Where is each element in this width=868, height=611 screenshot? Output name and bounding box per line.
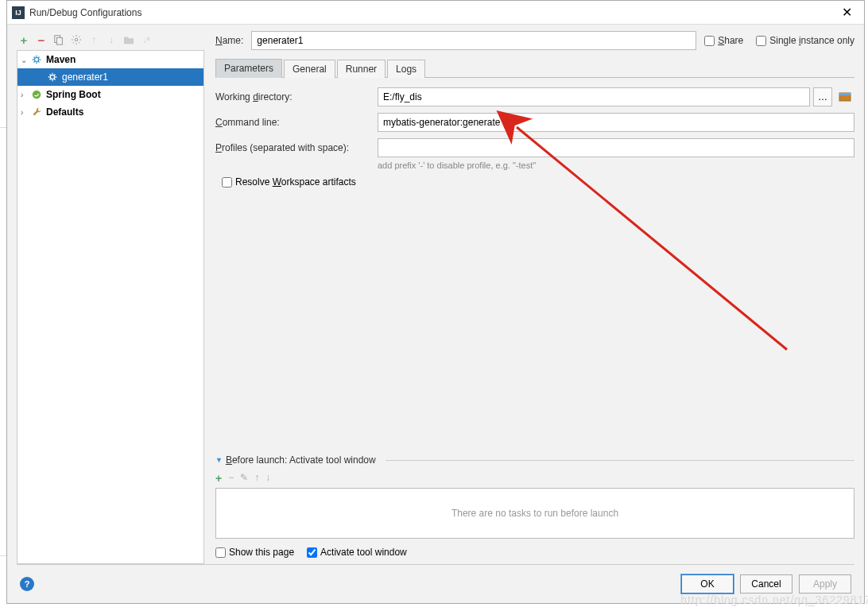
tab-general[interactable]: General — [284, 60, 335, 78]
add-icon[interactable]: + — [18, 34, 29, 45]
ok-button[interactable]: OK — [681, 574, 734, 594]
config-tree[interactable]: ⌄ Maven generater1 › — [17, 50, 204, 564]
up-icon[interactable]: ↑ — [88, 34, 99, 45]
window-title: Run/Debug Configurations — [29, 7, 829, 18]
share-checkbox[interactable]: Share — [704, 35, 743, 46]
tree-label: generater1 — [62, 72, 108, 83]
cancel-button[interactable]: Cancel — [740, 574, 792, 594]
remove-task-icon[interactable]: − — [228, 472, 234, 485]
titlebar: IJ Run/Debug Configurations ✕ — [7, 1, 864, 25]
svg-rect-7 — [839, 93, 851, 95]
browse-button[interactable]: … — [813, 87, 832, 106]
dialog-content: + − ↑ ↓ ↓ª ⌄ Maven — [7, 25, 864, 603]
svg-point-4 — [50, 75, 54, 79]
name-label: Name: — [215, 35, 243, 46]
command-line-label: Command line: — [215, 117, 371, 128]
remove-icon[interactable]: − — [36, 34, 47, 45]
button-bar: ? OK Cancel Apply — [17, 564, 854, 597]
svg-rect-1 — [56, 37, 62, 44]
tree-node-defaults[interactable]: › Defaults — [17, 103, 203, 121]
tab-parameters[interactable]: Parameters — [215, 59, 282, 78]
chevron-right-icon: › — [21, 91, 30, 99]
before-launch-header[interactable]: ▼ Before launch: Activate tool window — [215, 454, 854, 466]
profiles-input[interactable] — [378, 138, 854, 157]
parameters-panel: Working directory: … Command line: — [215, 78, 854, 564]
maven-icon — [30, 53, 43, 66]
tab-runner[interactable]: Runner — [337, 60, 386, 78]
triangle-down-icon: ▼ — [215, 456, 223, 464]
sort-icon[interactable]: ↓ª — [141, 34, 152, 45]
edit-task-icon[interactable]: ✎ — [240, 472, 248, 485]
tree-node-spring-boot[interactable]: › Spring Boot — [17, 86, 203, 103]
single-instance-checkbox[interactable]: Single instance only — [756, 35, 854, 46]
tree-label: Spring Boot — [46, 89, 101, 100]
maven-icon — [46, 71, 59, 83]
working-directory-input[interactable] — [378, 87, 810, 106]
resolve-workspace-checkbox[interactable]: Resolve Workspace artifacts — [222, 176, 356, 188]
wrench-icon — [30, 106, 43, 118]
settings-icon[interactable] — [71, 34, 82, 45]
apply-button: Apply — [799, 574, 851, 594]
spring-icon — [30, 88, 43, 101]
name-input[interactable] — [251, 31, 696, 50]
right-pane: Name: Share Single instance only Paramet… — [215, 31, 854, 564]
before-launch-section: ▼ Before launch: Activate tool window + … — [215, 454, 854, 561]
down-icon[interactable]: ↓ — [106, 34, 117, 45]
add-task-icon[interactable]: + — [215, 472, 222, 485]
tree-toolbar: + − ↑ ↓ ↓ª — [17, 31, 204, 50]
tree-label: Maven — [46, 54, 76, 65]
close-icon[interactable]: ✕ — [829, 1, 864, 25]
run-debug-dialog: IJ Run/Debug Configurations ✕ + − ↑ ↓ ↓ª — [6, 0, 865, 604]
svg-point-2 — [75, 38, 78, 41]
tasks-list[interactable]: There are no tasks to run before launch — [215, 488, 854, 539]
watermark: http://blog.csdn.net/qq_36229817 — [680, 594, 868, 606]
svg-point-3 — [34, 57, 38, 61]
insert-macro-button[interactable] — [835, 87, 854, 106]
tabs: Parameters General Runner Logs — [215, 58, 854, 78]
profiles-hint: add prefix '-' to disable profile, e.g. … — [378, 160, 854, 170]
working-directory-label: Working directory: — [215, 91, 371, 102]
chevron-down-icon: ⌄ — [21, 56, 30, 64]
show-this-page-checkbox[interactable]: Show this page — [215, 547, 294, 558]
folder-icon[interactable] — [123, 34, 134, 45]
tasks-empty-text: There are no tasks to run before launch — [451, 508, 618, 519]
profiles-label: Profiles (separated with space): — [215, 142, 371, 153]
command-line-input[interactable] — [378, 113, 854, 132]
up-task-icon[interactable]: ↑ — [254, 472, 259, 485]
before-launch-toolbar: + − ✎ ↑ ↓ — [215, 469, 854, 488]
down-task-icon[interactable]: ↓ — [265, 472, 270, 485]
background-edge — [0, 95, 6, 604]
help-icon[interactable]: ? — [20, 577, 34, 591]
app-icon: IJ — [12, 6, 25, 19]
left-pane: + − ↑ ↓ ↓ª ⌄ Maven — [17, 31, 204, 564]
activate-tool-window-checkbox[interactable]: Activate tool window — [307, 547, 407, 558]
tree-node-generater1[interactable]: generater1 — [17, 68, 203, 86]
tree-label: Defaults — [46, 106, 83, 118]
chevron-right-icon: › — [21, 108, 30, 117]
svg-point-5 — [33, 91, 41, 99]
tree-node-maven[interactable]: ⌄ Maven — [17, 51, 203, 68]
copy-icon[interactable] — [53, 34, 64, 45]
tab-logs[interactable]: Logs — [387, 60, 425, 78]
